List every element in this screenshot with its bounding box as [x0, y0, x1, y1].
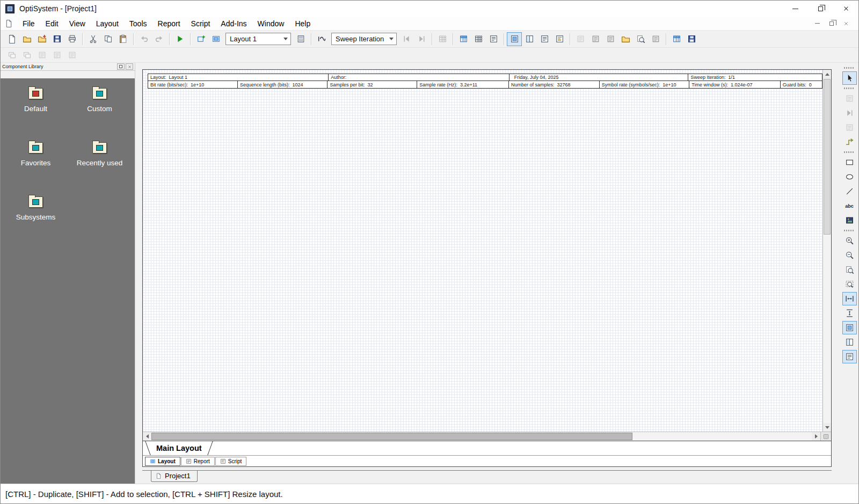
rectangle-tool-button[interactable] [842, 156, 857, 169]
tab-layout[interactable]: Layout [145, 457, 180, 466]
parameter-groups-button[interactable] [486, 32, 501, 46]
scroll-right-button[interactable] [812, 432, 820, 441]
find-component-button[interactable] [573, 32, 588, 46]
open-component-folder-button[interactable] [618, 32, 633, 46]
break-connection-button[interactable] [842, 121, 857, 134]
previous-iteration-button[interactable] [399, 32, 414, 46]
fit-horizontal-button[interactable] [842, 292, 857, 305]
shrink-layout-button[interactable] [842, 321, 857, 334]
sweep-mode-button[interactable] [314, 32, 329, 46]
menu-file[interactable]: File [17, 18, 40, 30]
add-sweep-button[interactable] [49, 48, 64, 62]
mdi-close-button[interactable] [843, 21, 849, 26]
vertical-scrollbar[interactable] [822, 70, 831, 432]
remove-sweep-button[interactable] [64, 48, 79, 62]
redo-button[interactable] [151, 32, 166, 46]
horizontal-scrollbar[interactable] [143, 432, 820, 441]
remove-component-button[interactable] [648, 32, 663, 46]
layout-combo-value: Layout 1 [230, 35, 281, 43]
single-view-button[interactable] [507, 32, 522, 46]
print-button[interactable] [64, 32, 79, 46]
menu-edit[interactable]: Edit [40, 18, 64, 30]
zoom-window-button[interactable] [842, 263, 857, 276]
mdi-minimize-button[interactable] [815, 23, 820, 24]
image-tool-button[interactable] [842, 214, 857, 227]
scroll-down-button[interactable] [823, 423, 831, 432]
grow-layout-button[interactable] [842, 335, 857, 349]
new-button[interactable] [4, 32, 19, 46]
new-layout-button[interactable] [193, 32, 208, 46]
menu-layout[interactable]: Layout [91, 18, 124, 30]
copy-button[interactable] [100, 32, 115, 46]
next-iteration-button[interactable] [414, 32, 429, 46]
vertical-scrollbar-thumb[interactable] [824, 79, 831, 235]
scroll-left-button[interactable] [143, 432, 151, 441]
panel-close-button[interactable] [126, 63, 133, 70]
script-view-button[interactable] [552, 32, 567, 46]
wire-tool-button[interactable] [842, 135, 857, 149]
zoom-in-button[interactable] [842, 234, 857, 247]
tab-report[interactable]: Report [181, 457, 215, 466]
insert-subsystem-button[interactable] [588, 32, 603, 46]
auto-connect-button[interactable] [842, 106, 857, 120]
menu-addins[interactable]: Add-Ins [215, 18, 252, 30]
library-item-subsystems[interactable]: Subsystems [8, 194, 64, 249]
menu-script[interactable]: Script [186, 18, 216, 30]
mdi-restore-button[interactable] [829, 21, 834, 26]
menu-tools[interactable]: Tools [124, 18, 152, 30]
layout-canvas[interactable]: Layout: Layout 1 Author: Friday, July 04… [143, 70, 822, 432]
calculate-button[interactable] [293, 32, 308, 46]
menu-help[interactable]: Help [289, 18, 316, 30]
cascade-windows-button[interactable] [4, 48, 19, 62]
tab-project1[interactable]: Project1 [151, 471, 198, 482]
text-tool-button[interactable]: abc [842, 199, 857, 213]
search-library-button[interactable] [633, 32, 648, 46]
duplicate-layout-button[interactable] [208, 32, 223, 46]
library-item-custom[interactable]: Custom [72, 86, 128, 140]
save-all-button[interactable] [684, 32, 699, 46]
library-item-default[interactable]: Default [8, 86, 64, 140]
run-button[interactable] [172, 32, 187, 46]
report-view-button[interactable] [537, 32, 552, 46]
select-tool-button[interactable] [842, 71, 857, 85]
save-button[interactable] [49, 32, 64, 46]
close-button[interactable] [833, 1, 858, 17]
edit-connections-button[interactable] [842, 92, 857, 105]
tab-script[interactable]: Script [215, 457, 247, 466]
menu-window[interactable]: Window [252, 18, 290, 30]
panel-float-button[interactable] [117, 63, 125, 70]
scroll-up-button[interactable] [823, 70, 831, 78]
paste-button[interactable] [115, 32, 130, 46]
component-report-button[interactable] [471, 32, 486, 46]
visualizer-library-button[interactable] [456, 32, 471, 46]
open-button[interactable] [19, 32, 34, 46]
fit-vertical-button[interactable] [842, 306, 857, 320]
zoom-out-button[interactable] [842, 249, 857, 262]
main-layout-tab[interactable]: Main Layout [147, 441, 212, 455]
auto-scale-button[interactable] [842, 350, 857, 363]
menu-view[interactable]: View [64, 18, 91, 30]
library-item-favorites[interactable]: Favorites [8, 140, 64, 194]
horizontal-scrollbar-track[interactable] [632, 432, 812, 441]
cut-button[interactable] [85, 32, 100, 46]
ellipse-tool-button[interactable] [842, 170, 857, 184]
duplicate-sweep-button[interactable] [34, 48, 49, 62]
layout-options-button[interactable] [669, 32, 684, 46]
open-sample-button[interactable] [34, 32, 49, 46]
horizontal-scrollbar-thumb[interactable] [151, 433, 632, 440]
minimize-button[interactable] [783, 1, 808, 17]
vertical-scrollbar-track[interactable] [823, 235, 831, 423]
undo-button[interactable] [136, 32, 151, 46]
menu-report[interactable]: Report [152, 18, 186, 30]
library-item-recently-used[interactable]: Recently used [72, 140, 128, 194]
iterations-table-button[interactable] [435, 32, 450, 46]
split-view-button[interactable] [522, 32, 537, 46]
line-tool-button[interactable] [842, 185, 857, 198]
zoom-all-button[interactable] [842, 277, 857, 291]
grid-toggle-button[interactable] [820, 432, 831, 441]
tile-windows-button[interactable] [19, 48, 34, 62]
layout-combo[interactable]: Layout 1 [225, 33, 291, 45]
restore-button[interactable] [808, 1, 833, 17]
sweep-combo[interactable]: Sweep Iteration [331, 33, 397, 45]
component-properties-button[interactable] [603, 32, 618, 46]
